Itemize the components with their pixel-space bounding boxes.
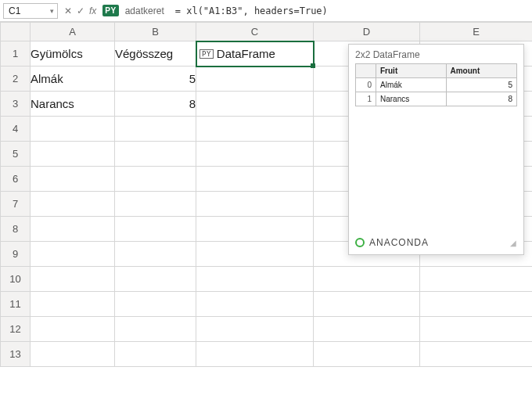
cell-C8[interactable] [196, 217, 314, 242]
fx-icon[interactable]: fx [88, 5, 98, 16]
cell-B8[interactable] [115, 217, 196, 242]
cell-B6[interactable] [115, 167, 196, 192]
preview-footer: ANACONDA ◢ [355, 237, 517, 248]
cell-C9[interactable] [196, 242, 314, 267]
cell-A4[interactable] [31, 117, 115, 142]
cell-B5[interactable] [115, 142, 196, 167]
preview-fruit-0: Almák [376, 78, 447, 92]
row-header-9[interactable]: 9 [1, 242, 31, 267]
cell-A5[interactable] [31, 142, 115, 167]
cell-C5[interactable] [196, 142, 314, 167]
cell-B7[interactable] [115, 192, 196, 217]
formula-text[interactable]: = xl("A1:B3", headers=True) [175, 5, 328, 16]
cell-B1[interactable]: Végösszeg [115, 41, 196, 67]
cell-C12[interactable] [196, 317, 314, 342]
cell-C2[interactable] [196, 67, 314, 92]
cell-A11[interactable] [31, 292, 115, 317]
anaconda-brand: ANACONDA [369, 237, 429, 248]
row-header-12[interactable]: 12 [1, 317, 31, 342]
row-header-6[interactable]: 6 [1, 167, 31, 192]
col-header-B[interactable]: B [115, 23, 196, 41]
cancel-icon[interactable]: ✕ [63, 5, 74, 16]
resize-grip-icon[interactable]: ◢ [510, 239, 517, 247]
col-header-A[interactable]: A [31, 23, 115, 41]
row-header-4[interactable]: 4 [1, 117, 31, 142]
row-header-10[interactable]: 10 [1, 267, 31, 292]
cell-B11[interactable] [115, 292, 196, 317]
cell-E10[interactable] [420, 267, 533, 292]
column-header-row: A B C D E [1, 23, 533, 41]
preview-idx-header [356, 64, 376, 78]
spreadsheet-grid: A B C D E 1 Gyümölcs Végösszeg PY DataFr… [0, 22, 532, 367]
chevron-down-icon[interactable]: ▾ [50, 7, 54, 15]
cell-B13[interactable] [115, 342, 196, 367]
cell-D13[interactable] [314, 342, 420, 367]
cell-B3[interactable]: 8 [115, 92, 196, 117]
cell-E12[interactable] [420, 317, 533, 342]
cell-A3[interactable]: Narancs [31, 92, 115, 117]
confirm-icon[interactable]: ✓ [75, 5, 86, 16]
col-header-E[interactable]: E [420, 23, 533, 41]
cell-C13[interactable] [196, 342, 314, 367]
preview-header-row: Fruit Amount [356, 64, 517, 78]
row-header-3[interactable]: 3 [1, 92, 31, 117]
dataframe-label: DataFrame [217, 47, 275, 60]
cell-C3[interactable] [196, 92, 314, 117]
cell-A7[interactable] [31, 192, 115, 217]
cell-A9[interactable] [31, 242, 115, 267]
row-header-5[interactable]: 5 [1, 142, 31, 167]
cell-B2[interactable]: 5 [115, 67, 196, 92]
row-header-2[interactable]: 2 [1, 67, 31, 92]
cell-E11[interactable] [420, 292, 533, 317]
preview-row-1: 1 Narancs 8 [356, 92, 517, 106]
cell-B12[interactable] [115, 317, 196, 342]
python-cell-icon: PY [200, 49, 214, 59]
anaconda-icon [355, 238, 365, 247]
cell-A10[interactable] [31, 267, 115, 292]
python-badge: PY [102, 5, 118, 16]
preview-fruit-1: Narancs [376, 92, 447, 106]
cell-A6[interactable] [31, 167, 115, 192]
preview-title: 2x2 DataFrame [355, 49, 517, 60]
cell-D11[interactable] [314, 292, 420, 317]
row-header-7[interactable]: 7 [1, 192, 31, 217]
cell-C1[interactable]: PY DataFrame [196, 41, 314, 67]
cell-B10[interactable] [115, 267, 196, 292]
preview-row-0: 0 Almák 5 [356, 78, 517, 92]
variable-name: adatkeret [125, 5, 164, 16]
preview-amount-1: 8 [446, 92, 517, 106]
cell-D12[interactable] [314, 317, 420, 342]
row-header-8[interactable]: 8 [1, 217, 31, 242]
col-header-C[interactable]: C [196, 23, 314, 41]
cell-reference: C1 [9, 5, 20, 16]
cell-A2[interactable]: Almák [31, 67, 115, 92]
cell-C11[interactable] [196, 292, 314, 317]
formula-bar: C1 ▾ ✕ ✓ fx PY adatkeret = xl("A1:B3", h… [0, 0, 532, 22]
fill-handle[interactable] [311, 63, 315, 68]
cell-E13[interactable] [420, 342, 533, 367]
formula-icons: ✕ ✓ fx [61, 5, 99, 16]
preview-col-fruit: Fruit [376, 64, 447, 78]
cell-A8[interactable] [31, 217, 115, 242]
row-header-11[interactable]: 11 [1, 292, 31, 317]
cell-C4[interactable] [196, 117, 314, 142]
preview-idx-1: 1 [356, 92, 376, 106]
cell-A12[interactable] [31, 317, 115, 342]
col-header-D[interactable]: D [314, 23, 420, 41]
cell-D10[interactable] [314, 267, 420, 292]
cell-C6[interactable] [196, 167, 314, 192]
cell-A13[interactable] [31, 342, 115, 367]
preview-col-amount: Amount [446, 64, 517, 78]
preview-idx-0: 0 [356, 78, 376, 92]
row-header-13[interactable]: 13 [1, 342, 31, 367]
name-box[interactable]: C1 ▾ [3, 3, 58, 19]
cell-B9[interactable] [115, 242, 196, 267]
select-all-corner[interactable] [1, 23, 31, 41]
preview-table: Fruit Amount 0 Almák 5 1 Narancs 8 [355, 63, 517, 106]
row-header-1[interactable]: 1 [1, 41, 31, 67]
preview-amount-0: 5 [446, 78, 517, 92]
cell-C7[interactable] [196, 192, 314, 217]
cell-B4[interactable] [115, 117, 196, 142]
cell-A1[interactable]: Gyümölcs [31, 41, 115, 67]
cell-C10[interactable] [196, 267, 314, 292]
